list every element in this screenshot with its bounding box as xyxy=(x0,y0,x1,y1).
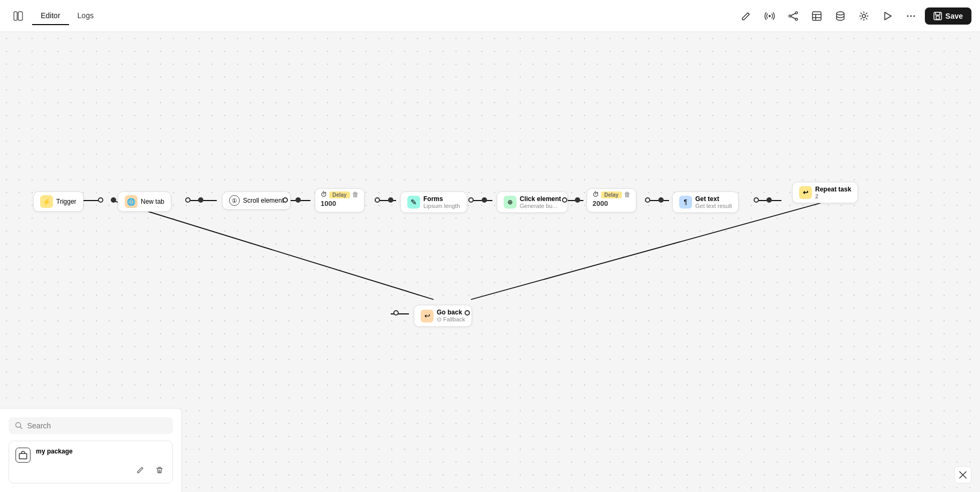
svg-point-5 xyxy=(795,18,797,20)
svg-marker-9 xyxy=(885,12,891,20)
dot-delay1-out xyxy=(375,197,380,203)
package-label: my package xyxy=(36,448,73,455)
delay2-badge: Delay xyxy=(601,191,622,198)
new-tab-node[interactable]: 🌐 New tab xyxy=(118,191,171,212)
svg-point-11 xyxy=(910,15,912,17)
svg-point-2 xyxy=(769,15,771,17)
get-text-subtitle: Get text result xyxy=(695,203,732,209)
header-left: Editor Logs xyxy=(9,6,102,26)
package-actions xyxy=(133,463,167,478)
save-label: Save xyxy=(945,12,963,20)
dot-delay2-out xyxy=(645,197,650,203)
share-icon-button[interactable] xyxy=(784,6,803,26)
repeat-task-value: 2 xyxy=(815,193,851,199)
dot-newtab-out xyxy=(185,197,191,203)
tab-navigation: Editor Logs xyxy=(32,7,102,25)
new-tab-icon: 🌐 xyxy=(125,195,138,208)
repeat-task-label: Repeat task xyxy=(815,186,851,193)
svg-point-8 xyxy=(862,14,865,18)
dot-delay1-in xyxy=(295,197,301,203)
delay1-node[interactable]: ⏱ Delay 🗑 1000 xyxy=(315,188,364,212)
delay1-badge: Delay xyxy=(329,191,350,198)
dot-forms-out xyxy=(468,197,474,203)
trigger-icon: ⚡ xyxy=(40,195,53,208)
svg-point-10 xyxy=(907,15,909,17)
get-text-node[interactable]: ¶ Get text Get text result xyxy=(672,191,739,213)
click-title: Click element xyxy=(520,195,561,203)
click-element-node[interactable]: ⊕ Click element Generate bu... xyxy=(497,191,568,213)
dot-delay2-in xyxy=(575,197,580,203)
svg-point-12 xyxy=(914,15,915,17)
dot-gettext-in xyxy=(658,197,664,203)
svg-point-3 xyxy=(795,12,797,14)
repeat-task-icon: ↩ xyxy=(799,186,812,199)
new-tab-label: New tab xyxy=(141,198,164,205)
package-card[interactable]: my package xyxy=(9,441,173,483)
delay2-value: 2000 xyxy=(592,199,630,207)
trigger-node[interactable]: ⚡ Trigger xyxy=(33,191,83,212)
dot-forms-in xyxy=(388,197,393,203)
search-icon xyxy=(15,421,23,430)
delay2-header: ⏱ Delay 🗑 xyxy=(592,191,630,198)
edit-icon-button[interactable] xyxy=(736,6,756,26)
delay2-delete[interactable]: 🗑 xyxy=(624,191,630,198)
dot-trigger-out xyxy=(98,197,103,203)
svg-rect-6 xyxy=(812,12,821,20)
tab-editor[interactable]: Editor xyxy=(32,7,69,25)
go-back-subtitle: ⊙ Fallback xyxy=(437,316,465,323)
package-delete-button[interactable] xyxy=(152,463,167,478)
scroll-icon: ① xyxy=(229,195,240,206)
search-input[interactable] xyxy=(27,421,166,430)
scroll-element-node[interactable]: ① Scroll element xyxy=(222,191,291,210)
scroll-label: Scroll element xyxy=(243,197,284,204)
forms-subtitle: Lipsum length xyxy=(423,203,460,209)
settings-icon-button[interactable] xyxy=(854,6,873,26)
svg-point-4 xyxy=(789,15,791,17)
dot-goback-left xyxy=(393,310,399,316)
svg-rect-1 xyxy=(18,12,22,20)
dot-repeat-in xyxy=(766,197,772,203)
dot-scroll-in xyxy=(198,197,203,203)
tab-logs[interactable]: Logs xyxy=(69,7,102,25)
header: Editor Logs xyxy=(0,0,980,32)
header-right: Save xyxy=(736,6,971,26)
forms-title: Forms xyxy=(423,195,460,203)
play-icon-button[interactable] xyxy=(878,6,897,26)
package-edit-button[interactable] xyxy=(133,463,148,478)
delay1-delete[interactable]: 🗑 xyxy=(352,191,359,198)
save-button[interactable]: Save xyxy=(925,7,971,25)
sidebar-toggle-button[interactable] xyxy=(9,6,28,26)
go-back-icon: ↩ xyxy=(421,310,434,322)
bottom-panel: my package xyxy=(0,408,182,492)
repeat-task-node[interactable]: ↩ Repeat task 2 xyxy=(792,182,858,203)
delay1-value: 1000 xyxy=(321,199,359,207)
trigger-label: Trigger xyxy=(56,198,77,205)
delay2-node[interactable]: ⏱ Delay 🗑 2000 xyxy=(587,188,636,212)
svg-point-7 xyxy=(837,12,844,15)
get-text-icon: ¶ xyxy=(679,196,692,209)
panel-close-button[interactable] xyxy=(954,466,971,483)
svg-line-24 xyxy=(471,201,830,299)
go-back-label: Go back xyxy=(437,309,465,316)
get-text-title: Get text xyxy=(695,195,732,203)
dot-newtab-in xyxy=(111,197,116,203)
dot-click-out xyxy=(562,197,567,203)
forms-node[interactable]: ✎ Forms Lipsum length xyxy=(400,191,467,213)
go-back-node[interactable]: ↩ Go back ⊙ Fallback xyxy=(414,305,472,327)
dot-gettext-out xyxy=(754,197,759,203)
svg-rect-14 xyxy=(936,16,939,19)
click-icon: ⊕ xyxy=(504,196,516,209)
dot-goback-right xyxy=(465,310,470,316)
dot-click-in xyxy=(482,197,487,203)
broadcast-icon-button[interactable] xyxy=(760,6,779,26)
svg-rect-28 xyxy=(19,453,27,459)
more-options-button[interactable] xyxy=(901,6,921,26)
database-icon-button[interactable] xyxy=(831,6,850,26)
click-subtitle: Generate bu... xyxy=(520,203,561,209)
delay1-header: ⏱ Delay 🗑 xyxy=(321,191,359,198)
search-box[interactable] xyxy=(9,417,173,434)
workflow-canvas[interactable]: ⚡ Trigger 🌐 New tab ① Scroll element ⏱ D… xyxy=(0,32,980,492)
table-icon-button[interactable] xyxy=(807,6,826,26)
svg-rect-0 xyxy=(14,12,17,20)
forms-icon: ✎ xyxy=(407,196,420,209)
